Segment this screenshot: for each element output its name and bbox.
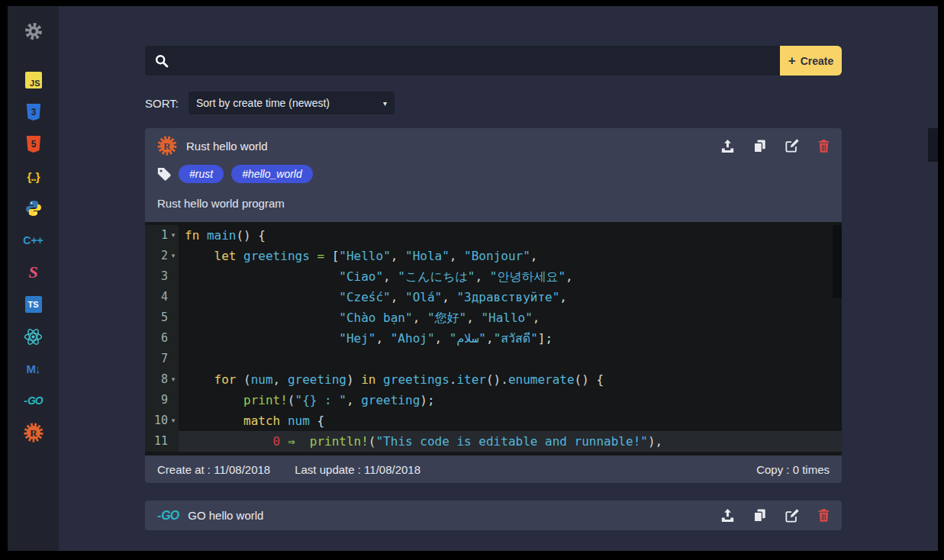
sidebar-item-html[interactable]: 5 bbox=[24, 134, 43, 154]
app-window: JS 3 5 {..} C++ bbox=[8, 6, 938, 551]
code-line[interactable]: 6 "Hej", "Ahoj", "سلام","สวัสดี"]; bbox=[145, 328, 842, 349]
trash-icon bbox=[818, 140, 830, 153]
upload-button[interactable] bbox=[721, 509, 734, 522]
upload-icon bbox=[721, 509, 734, 522]
line-number: 9 bbox=[145, 390, 179, 410]
json-icon: {..} bbox=[27, 170, 39, 183]
sidebar-item-react[interactable] bbox=[24, 327, 43, 346]
main-area: + Create SORT: Sort by create time (newe… bbox=[59, 6, 938, 551]
svg-text:R: R bbox=[30, 427, 37, 439]
copy-count: Copy : 0 times bbox=[756, 463, 830, 476]
snippet-title: GO hello world bbox=[188, 509, 263, 522]
upload-button[interactable] bbox=[721, 140, 734, 153]
sidebar: JS 3 5 {..} C++ bbox=[8, 6, 59, 551]
sidebar-item-cpp[interactable]: C++ bbox=[24, 230, 43, 250]
code-line[interactable]: 2▾ let greetings = ["Hello", "Hola", "Bo… bbox=[145, 246, 842, 266]
search-icon bbox=[155, 54, 169, 68]
line-number: 5 bbox=[145, 307, 179, 328]
edit-button[interactable] bbox=[785, 139, 799, 153]
line-number: 8▾ bbox=[145, 369, 179, 390]
copy-icon bbox=[753, 140, 766, 153]
sidebar-item-typescript[interactable]: TS bbox=[24, 294, 43, 314]
trash-icon bbox=[818, 509, 830, 522]
code-line[interactable]: 8▾ for (num, greeting) in greetings.iter… bbox=[145, 369, 842, 390]
sidebar-item-javascript[interactable]: JS bbox=[24, 70, 43, 90]
tag-rust[interactable]: #rust bbox=[179, 165, 224, 183]
react-icon bbox=[24, 327, 43, 346]
upload-icon bbox=[721, 140, 734, 153]
css3-icon: 3 bbox=[25, 103, 42, 121]
snippet-card-rust: R Rust hello world bbox=[145, 128, 842, 483]
sidebar-item-python[interactable] bbox=[24, 198, 43, 218]
edit-icon bbox=[785, 139, 799, 153]
fold-arrow-icon[interactable]: ▾ bbox=[168, 225, 179, 246]
markdown-icon: M↓ bbox=[27, 362, 40, 375]
svg-text:3: 3 bbox=[31, 107, 36, 117]
code-line[interactable]: 3 "Ciao", "こんにちは", "안녕하세요", bbox=[145, 266, 842, 287]
code-scrollbar[interactable] bbox=[833, 225, 842, 298]
go-logo-icon: -GO bbox=[157, 509, 179, 523]
snippet-title: Rust hello world bbox=[186, 140, 268, 153]
code-editor[interactable]: 1▾fn main() {2▾ let greetings = ["Hello"… bbox=[145, 222, 842, 455]
search-bar bbox=[145, 46, 780, 76]
cpp-icon: C++ bbox=[23, 234, 43, 246]
line-number: 4 bbox=[145, 287, 179, 307]
svg-text:R: R bbox=[163, 140, 171, 152]
code-line[interactable]: 11 0 ⇒ println!("This code is editable a… bbox=[145, 431, 842, 452]
fold-arrow-icon[interactable]: ▾ bbox=[168, 410, 179, 431]
rust-logo-icon: R bbox=[157, 136, 177, 156]
sort-dropdown[interactable]: Sort by create time (newest) ▾ bbox=[188, 92, 395, 114]
settings-button[interactable] bbox=[24, 21, 43, 41]
line-number: 10▾ bbox=[145, 410, 179, 431]
last-update: Last update : 11/08/2018 bbox=[295, 463, 420, 476]
delete-button[interactable] bbox=[818, 140, 830, 153]
tag-icon bbox=[157, 167, 171, 181]
go-icon: -GO bbox=[24, 394, 42, 407]
line-number: 1▾ bbox=[145, 225, 179, 246]
code-line[interactable]: 4 "Cześć", "Olá", "Здравствуйте", bbox=[145, 287, 842, 307]
code-line[interactable]: 1▾fn main() { bbox=[145, 225, 842, 246]
typescript-icon: TS bbox=[25, 296, 42, 313]
sidebar-item-rust[interactable]: R bbox=[24, 423, 43, 443]
create-button[interactable]: + Create bbox=[780, 46, 842, 76]
sort-selected-value: Sort by create time (newest) bbox=[196, 97, 330, 109]
fold-arrow-icon[interactable]: ▾ bbox=[168, 369, 179, 390]
code-line[interactable]: 5 "Chào bạn", "您好", "Hallo", bbox=[145, 307, 842, 328]
line-number: 2▾ bbox=[145, 246, 179, 266]
javascript-icon: JS bbox=[25, 72, 42, 89]
window-scrollbar[interactable] bbox=[928, 128, 938, 162]
edit-button[interactable] bbox=[785, 509, 799, 523]
copy-button[interactable] bbox=[753, 509, 766, 522]
dropdown-arrow-icon: ▾ bbox=[383, 99, 387, 108]
copy-button[interactable] bbox=[753, 140, 766, 153]
svg-text:5: 5 bbox=[31, 139, 36, 150]
line-number: 7 bbox=[145, 349, 179, 369]
delete-button[interactable] bbox=[818, 509, 830, 522]
sidebar-item-sass[interactable]: S bbox=[24, 262, 43, 282]
line-number: 6 bbox=[145, 328, 179, 349]
copy-icon bbox=[753, 509, 766, 522]
tag-hello-world[interactable]: #hello_world bbox=[231, 165, 313, 183]
gear-icon bbox=[24, 22, 43, 40]
snippet-card-go: -GO GO hello world bbox=[145, 500, 842, 530]
sidebar-item-css[interactable]: 3 bbox=[24, 102, 43, 122]
sidebar-item-json[interactable]: {..} bbox=[24, 166, 43, 186]
code-line[interactable]: 9 print!("{} : ", greeting); bbox=[145, 390, 842, 410]
code-line[interactable]: 10▾ match num { bbox=[145, 410, 842, 431]
snippet-footer: Create at : 11/08/2018 Last update : 11/… bbox=[145, 455, 842, 483]
snippet-description: Rust hello world program bbox=[145, 189, 842, 222]
fold-arrow-icon[interactable]: ▾ bbox=[168, 246, 179, 266]
python-icon bbox=[24, 199, 43, 217]
sass-icon: S bbox=[28, 262, 37, 282]
line-number: 11 bbox=[145, 431, 179, 452]
code-line[interactable]: 7 bbox=[145, 349, 842, 369]
sidebar-item-markdown[interactable]: M↓ bbox=[24, 359, 43, 378]
search-input[interactable] bbox=[176, 53, 780, 68]
rust-icon: R bbox=[24, 423, 43, 443]
plus-icon: + bbox=[788, 54, 796, 67]
created-at: Create at : 11/08/2018 bbox=[157, 463, 270, 476]
sidebar-item-go[interactable]: -GO bbox=[24, 391, 43, 410]
sort-label: SORT: bbox=[145, 97, 179, 110]
edit-icon bbox=[785, 509, 799, 523]
line-number: 3 bbox=[145, 266, 179, 287]
